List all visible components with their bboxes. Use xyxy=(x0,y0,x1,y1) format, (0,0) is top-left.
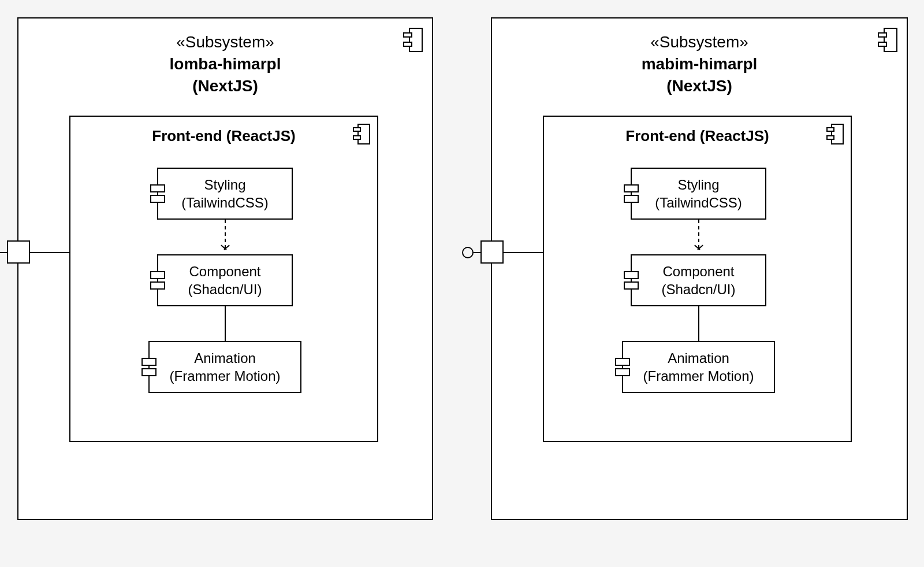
component-label: Animation xyxy=(150,349,300,367)
stereotype-label: «Subsystem» xyxy=(176,33,274,51)
component-tabs-icon xyxy=(624,182,639,205)
component-label: Animation xyxy=(623,349,774,367)
component-label: Styling xyxy=(632,176,765,194)
subsystem-header: «Subsystem» lomba-himarpl (NextJS) xyxy=(18,18,432,97)
component-styling: Styling (TailwindCSS) xyxy=(157,168,293,220)
diagram-canvas: «Subsystem» lomba-himarpl (NextJS) Front… xyxy=(0,0,924,567)
arrowhead-down-icon xyxy=(221,247,230,254)
component-icon xyxy=(878,28,897,52)
component-icon xyxy=(403,28,423,52)
component-tabs-icon xyxy=(150,269,165,292)
component-animation: Animation (Frammer Motion) xyxy=(148,341,301,393)
port-icon xyxy=(7,240,30,264)
frontend-package: Front-end (ReactJS) Styling (TailwindCSS… xyxy=(543,116,852,442)
port-icon xyxy=(480,240,504,264)
component-tabs-icon xyxy=(615,355,630,379)
component-icon xyxy=(826,124,844,144)
component-tabs-icon xyxy=(150,182,165,205)
subsystem-name: lomba-himarpl xyxy=(18,53,432,75)
component-sub-label: (Shadcn/UI) xyxy=(632,280,765,298)
port-to-package-connector xyxy=(30,252,69,253)
component-sub-label: (Frammer Motion) xyxy=(150,367,300,385)
component-tabs-icon xyxy=(624,269,639,292)
dependency-connector xyxy=(698,220,699,249)
subsystem-name: mabim-himarpl xyxy=(492,53,907,75)
provided-interface-icon xyxy=(462,247,474,258)
arrowhead-down-icon xyxy=(694,247,703,254)
component-sub-label: (TailwindCSS) xyxy=(158,194,292,212)
component-styling: Styling (TailwindCSS) xyxy=(631,168,766,220)
component-animation: Animation (Frammer Motion) xyxy=(622,341,775,393)
subsystem-lomba: «Subsystem» lomba-himarpl (NextJS) Front… xyxy=(17,17,433,520)
component-sub-label: (Frammer Motion) xyxy=(623,367,774,385)
subsystem-header: «Subsystem» mabim-himarpl (NextJS) xyxy=(492,18,907,97)
component-sub-label: (Shadcn/UI) xyxy=(158,280,292,298)
component-sub-label: (TailwindCSS) xyxy=(632,194,765,212)
component-component: Component (Shadcn/UI) xyxy=(631,254,766,306)
subsystem-mabim: «Subsystem» mabim-himarpl (NextJS) Front… xyxy=(491,17,908,520)
component-tabs-icon xyxy=(141,355,157,379)
subsystem-tech: (NextJS) xyxy=(18,75,432,97)
subsystem-tech: (NextJS) xyxy=(492,75,907,97)
frontend-package: Front-end (ReactJS) Styling (TailwindCSS… xyxy=(69,116,378,442)
component-icon xyxy=(353,124,370,144)
component-label: Component xyxy=(158,262,292,280)
association-connector xyxy=(698,306,699,341)
frontend-title: Front-end (ReactJS) xyxy=(544,117,851,145)
component-component: Component (Shadcn/UI) xyxy=(157,254,293,306)
port-to-package-connector xyxy=(504,252,543,253)
component-label: Component xyxy=(632,262,765,280)
association-connector xyxy=(225,306,226,341)
component-label: Styling xyxy=(158,176,292,194)
dependency-connector xyxy=(225,220,226,249)
frontend-title: Front-end (ReactJS) xyxy=(70,117,377,145)
stereotype-label: «Subsystem» xyxy=(650,33,748,51)
